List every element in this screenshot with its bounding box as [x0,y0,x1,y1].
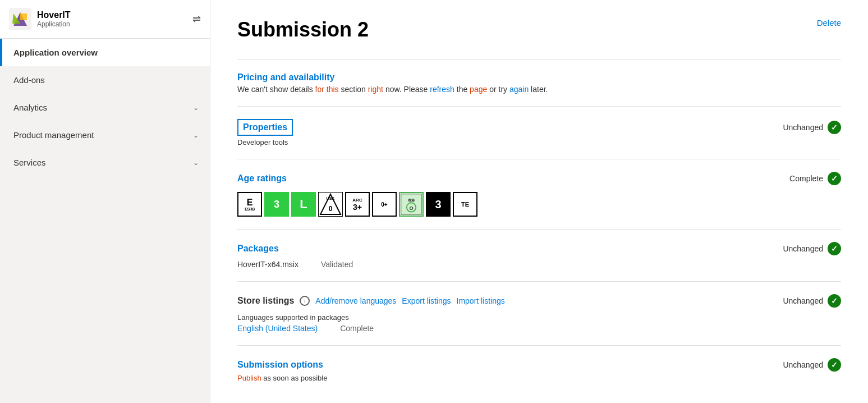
sidebar-item-label: Product management [13,130,94,140]
svg-text:0: 0 [329,205,333,213]
store-listings-status-label: Unchanged [783,296,823,305]
sidebar: HoverIT Application ⇌ Application overvi… [0,0,210,403]
properties-status-icon: ✓ [828,121,841,134]
svg-rect-3 [20,13,27,20]
text-right: right [368,85,383,94]
rating-pegi3: 3 [264,192,289,217]
app-type: Application [37,20,71,28]
sidebar-item-product-management[interactable]: Product management ⌄ [0,121,210,149]
store-listings-status-badge: Unchanged ✓ [783,294,841,308]
language-link[interactable]: English (United States) [237,324,318,333]
store-listings-status-icon: ✓ [828,294,841,308]
main-header: Submission 2 Delete [237,18,841,42]
packages-title[interactable]: Packages [237,244,279,254]
section-header-pricing: Pricing and availability [237,72,841,83]
svg-text:USK: USK [327,196,335,200]
page-title: Submission 2 [237,18,369,42]
delete-button[interactable]: Delete [817,18,841,28]
section-header-properties: Properties Unchanged ✓ [237,119,841,136]
arc-top: ARC [352,198,362,203]
packages-status-badge: Unchanged ✓ [783,242,841,255]
sidebar-item-label: Services [13,158,46,167]
text-for: for [315,85,324,94]
switch-icon[interactable]: ⇌ [192,13,201,25]
properties-status-badge: Unchanged ✓ [783,121,841,134]
store-listings-title-row: Store listings i Add/remove languages Ex… [237,296,505,306]
sidebar-item-label: Analytics [13,103,47,112]
rating-iarc: 香港 O [399,192,424,217]
submission-options-title[interactable]: Submission options [237,360,323,370]
rating-arc: ARC 3+ [345,192,370,217]
packages-status-label: Unchanged [783,244,823,253]
rating-0plus-text: 0+ [381,202,387,208]
te-top: TE [461,201,469,208]
usk0-icon: 0 USK [318,192,343,217]
iarc-icon: 香港 O [400,192,422,217]
sidebar-item-label: Application overview [13,48,98,57]
section-pricing: Pricing and availability We can't show d… [237,59,841,106]
age-ratings-row: E ESRB 3 L 0 USK ARC 3+ [237,192,841,217]
rating-usk0: 0 USK [318,192,343,217]
package-validation-status: Validated [321,260,353,269]
chevron-down-icon: ⌄ [193,131,199,139]
submission-options-status-badge: Unchanged ✓ [783,358,841,372]
section-age-ratings: Age ratings Complete ✓ E ESRB 3 L 0 [237,159,841,229]
store-listings-title: Store listings [237,296,294,306]
section-header-store-listings: Store listings i Add/remove languages Ex… [237,294,841,308]
sidebar-header: HoverIT Application ⇌ [0,0,210,39]
section-header-submission-options: Submission options Unchanged ✓ [237,358,841,372]
package-filename: HoverIT-x64.msix [237,260,298,269]
section-header-age-ratings: Age ratings Complete ✓ [237,172,841,185]
app-name: HoverIT [37,10,71,20]
text-again[interactable]: again [509,85,529,94]
sidebar-logo-area: HoverIT Application [9,8,71,30]
export-listings-link[interactable]: Export listings [402,296,451,305]
app-info: HoverIT Application [37,10,71,28]
text-refresh[interactable]: refresh [430,85,454,94]
section-properties: Properties Unchanged ✓ Developer tools [237,106,841,159]
packages-status-icon: ✓ [828,242,841,255]
properties-title[interactable]: Properties [237,119,293,136]
language-status: Complete [340,324,374,333]
import-listings-link[interactable]: Import listings [457,296,505,305]
esrb-sub: ESRB [245,207,254,211]
section-packages: Packages Unchanged ✓ HoverIT-x64.msix Va… [237,229,841,281]
text-this: this [327,85,339,94]
section-header-packages: Packages Unchanged ✓ [237,242,841,255]
packages-row: HoverIT-x64.msix Validated [237,260,841,269]
rating-0plus: 0+ [372,192,397,217]
age-ratings-status-label: Complete [789,174,823,183]
properties-status-label: Unchanged [783,123,823,132]
chevron-down-icon: ⌄ [193,159,199,167]
text-page: page [470,85,487,94]
sidebar-item-application-overview[interactable]: Application overview [0,39,210,66]
submission-options-status-label: Unchanged [783,360,823,369]
rating-esrb: E ESRB [237,192,262,217]
info-icon[interactable]: i [300,296,310,306]
pricing-title[interactable]: Pricing and availability [237,72,334,83]
main-content: Submission 2 Delete Pricing and availabi… [210,0,868,403]
rating-3black: 3 [426,192,451,217]
chevron-down-icon: ⌄ [193,104,199,112]
age-ratings-title[interactable]: Age ratings [237,173,287,184]
age-ratings-status-badge: Complete ✓ [789,172,841,185]
sidebar-item-add-ons[interactable]: Add-ons [0,66,210,94]
languages-supported-label: Languages supported in packages [237,313,841,322]
section-store-listings: Store listings i Add/remove languages Ex… [237,281,841,345]
app-logo-icon [9,8,31,30]
sidebar-nav: Application overview Add-ons Analytics ⌄… [0,39,210,176]
svg-rect-4 [318,192,343,217]
sidebar-item-label: Add-ons [13,75,45,85]
pricing-error-text: We can't show details for this section r… [237,85,841,94]
esrb-e: E [247,198,253,207]
sidebar-item-services[interactable]: Services ⌄ [0,149,210,176]
svg-text:O: O [409,205,413,211]
rating-l: L [291,192,316,217]
submission-options-status-icon: ✓ [828,358,841,372]
language-row: English (United States) Complete [237,324,841,333]
sidebar-item-analytics[interactable]: Analytics ⌄ [0,94,210,121]
section-submission-options: Submission options Unchanged ✓ Publish a… [237,345,841,395]
text-publish: Publish [237,374,261,382]
arc-num: 3+ [353,203,362,212]
add-remove-languages-link[interactable]: Add/remove languages [315,296,396,305]
